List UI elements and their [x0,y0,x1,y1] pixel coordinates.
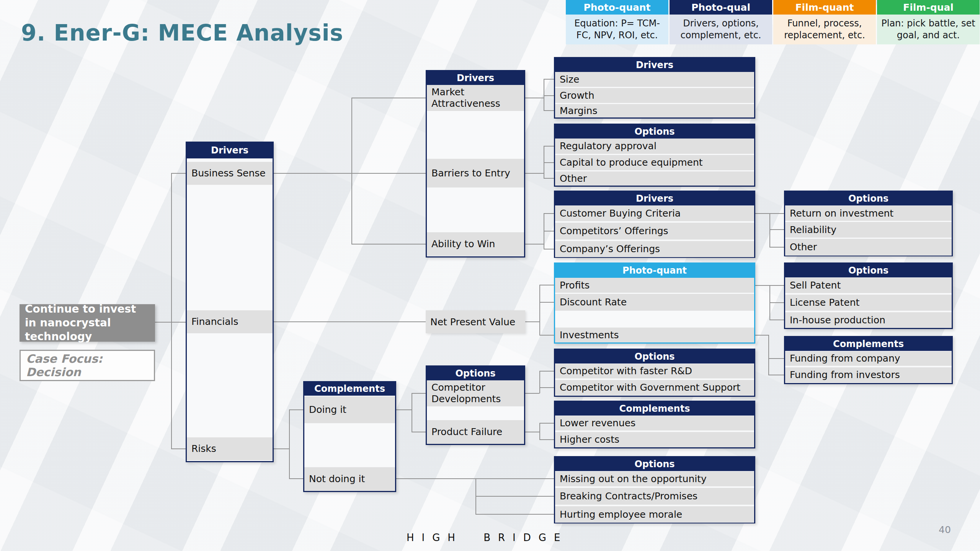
legend-label: Film-qual [877,0,980,15]
tree-item: Reliability [785,222,952,238]
connector-line [412,393,426,394]
connector-line [274,448,289,449]
legend-label: Film-quant [773,0,876,15]
tree-item: Financials [187,310,273,333]
box-header: Drivers [555,191,755,205]
box-options-regulatory: Options Regulatory approval Capital to p… [554,124,755,187]
tree-item: Ability to Win [427,232,524,256]
connector-line [544,95,554,96]
connector-line [768,335,769,375]
connector-line [769,213,770,247]
legend-description: Equation: P= TCM-FC, NPV, ROI, etc. [566,15,668,44]
tree-item: Margins [555,104,754,117]
tree-item: Funding from investors [785,367,952,383]
tree-item: In-house production [785,312,952,328]
tree-item: Profits [555,278,754,293]
connector-line [289,409,303,410]
connector-line [769,229,784,230]
box-header: Complements [304,382,395,396]
connector-line [768,358,784,359]
connector-line [525,173,544,174]
tree-item: Funding from company [785,351,952,366]
tree-item: Risks [187,437,273,460]
box-options-rd: Options Competitor with faster R&D Compe… [554,349,755,397]
decision-box: Continue to invest in nanocrystal techno… [20,304,155,342]
tree-item: Lower revenues [555,416,754,430]
box-complements-costs: Complements Lower revenues Higher costs [554,401,755,448]
connector-line [755,285,769,286]
legend-item-photo-qual: Photo-qual Drivers, options, complement,… [670,0,772,44]
connector-line [539,423,540,440]
tree-item: Regulatory approval [555,139,754,154]
tree-item: Business Sense [187,162,273,185]
tree-item: Competitors’ Offerings [555,223,754,240]
tree-item: Barriers to Entry [427,159,524,187]
box-header: Options [426,366,524,380]
box-header: Drivers [186,142,273,158]
connector-line [544,79,554,80]
tree-item: Sell Patent [785,278,952,293]
box-header: Complements [555,401,755,416]
connector-line [768,375,784,375]
case-focus-box: Case Focus: Decision [20,350,155,381]
tree-item: Return on investment [785,206,952,221]
legend-item-film-qual: Film-qual Plan: pick battle, set goal, a… [877,0,980,44]
box-header: Options [555,124,755,139]
npv-node: Net Present Value [426,310,525,333]
connector-line [544,146,554,147]
tree-item: Product Failure [427,420,524,444]
box-header: Options [555,349,755,364]
connector-line [171,173,172,449]
box-drivers-main: Drivers Business Sense Financials Risks [186,142,274,462]
tree-item: Capital to produce equipment [555,155,754,170]
legend-description: Funnel, process, replacement, etc. [773,15,876,44]
connector-line [544,79,544,111]
connector-line [274,173,426,174]
connector-line [769,213,784,214]
box-options-competitor: Options Competitor Developments Product … [426,365,525,445]
tree-item: Missing out on the opportunity [555,471,754,486]
box-header: Drivers [555,58,755,72]
box-header: Drivers [426,71,524,85]
connector-line [289,409,290,479]
connector-line [544,178,554,179]
box-drivers-customer: Drivers Customer Buying Criteria Competi… [554,191,755,258]
connector-line [475,496,554,497]
connector-line [544,213,554,214]
tree-item: Market Attractiveness [427,85,524,111]
connector-line [525,432,539,432]
connector-line [769,320,784,320]
tree-item: License Patent [785,295,952,311]
tree-item: Company’s Offerings [555,241,754,257]
connector-line [525,244,544,245]
connector-line [351,244,426,245]
connector-line [539,371,554,372]
connector-line [525,321,539,322]
connector-line [539,439,554,440]
box-header: Photo-quant [555,263,755,278]
tree-item: Size [555,72,754,87]
legend-item-film-quant: Film-quant Funnel, process, replacement,… [773,0,876,44]
tree-item: Competitor with Government Support [555,380,754,395]
connector-line [396,409,412,410]
page-number: 40 [939,524,951,535]
connector-line [539,387,554,388]
connector-line [525,98,544,98]
legend-description: Drivers, options, complement, etc. [670,15,772,44]
box-header: Options [555,457,755,471]
connector-line [274,321,426,322]
tree-item: Breaking Contracts/Promises [555,488,754,505]
box-options-patent: Options Sell Patent License Patent In-ho… [784,262,953,329]
connector-line [544,231,554,231]
tree-item: Competitor with faster R&D [555,364,754,378]
connector-line [351,98,352,244]
tree-item: Investments [555,328,754,342]
box-header: Options [785,263,952,277]
connector-line [289,478,303,479]
connector-line [351,98,426,98]
box-options-return: Options Return on investment Reliability… [784,191,953,256]
slide: 9. Ener-G: MECE Analysis Photo-quant Equ… [0,0,980,551]
connector-line [539,423,554,424]
connector-line [539,302,554,303]
tree-item: Competitor Developments [427,380,524,406]
